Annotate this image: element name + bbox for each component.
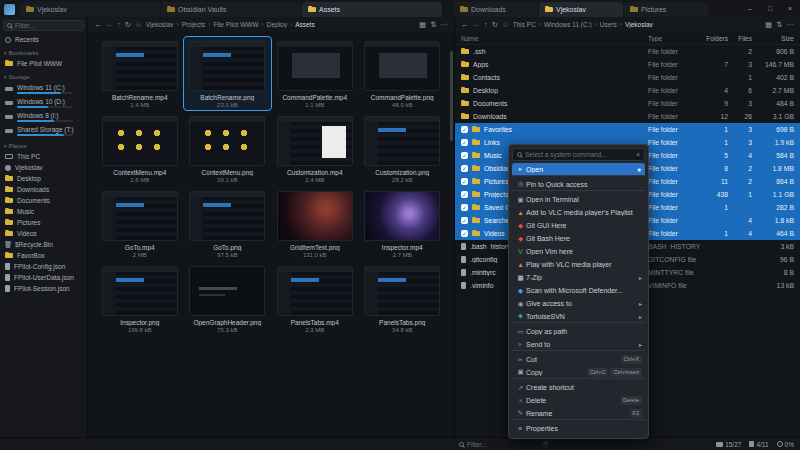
row-checkbox[interactable] [461, 191, 468, 198]
row-checkbox[interactable] [461, 204, 468, 211]
table-row[interactable]: Contacts File folder 1 402 B [455, 71, 800, 84]
context-menu-item[interactable]: × Delete Delete ★ ▸ [512, 394, 645, 407]
favorite-star-icon[interactable]: ★ [637, 166, 642, 173]
table-row[interactable]: Desktop File folder 4 6 2.7 MB [455, 84, 800, 97]
column-name[interactable]: Name [461, 35, 648, 42]
breadcrumb-segment[interactable]: Windows 11 (C:) [536, 21, 592, 28]
vertical-scrollbar[interactable] [450, 51, 453, 433]
context-menu-item[interactable]: ◆ Git Bash Here ★ ▸ [512, 232, 645, 245]
sidebar-item[interactable]: Desktop [0, 173, 87, 184]
table-row[interactable]: Documents File folder 9 3 484 B [455, 97, 800, 110]
sidebar-item[interactable]: Music [0, 206, 87, 217]
sidebar-item-drive[interactable]: Windows 10 (D:) [0, 96, 87, 110]
forward-button[interactable]: → [473, 17, 481, 32]
forward-button[interactable]: → [106, 17, 114, 32]
sidebar-item[interactable]: Documents [0, 195, 87, 206]
row-checkbox[interactable] [461, 230, 468, 237]
breadcrumb-segment[interactable]: Users [592, 21, 617, 28]
grid-item[interactable]: GridItemText.png 131.0 kB [271, 187, 359, 260]
context-menu-item[interactable]: ↗ Create shortcut ★ ▸ [512, 381, 645, 394]
breadcrumb-segment[interactable]: Vjekoslav [617, 21, 653, 28]
context-menu-item[interactable]: ▭ Copy as path ★ ▸ [512, 325, 645, 338]
regex-toggle-button[interactable]: .* [541, 441, 549, 447]
grid-item[interactable]: ContextMenu.png 29.1 kB [184, 112, 272, 185]
grid-item[interactable]: BatchRename.mp4 1.4 MB [96, 37, 184, 110]
view-mode-button[interactable]: ▦ [419, 17, 426, 32]
sidebar-item[interactable]: FPilot-UserData.json [0, 272, 87, 283]
context-menu-item[interactable]: ◆ Git GUI Here ★ ▸ [512, 219, 645, 232]
table-row[interactable]: Favorites File folder 1 3 698 B [455, 123, 800, 136]
context-menu-item[interactable]: ◉ Give access to ★ ▸ [512, 297, 645, 310]
sidebar-item[interactable]: Pictures [0, 217, 87, 228]
grid-item[interactable]: ContextMenu.mp4 2.6 MB [96, 112, 184, 185]
sidebar-filter-input[interactable]: Filter... [3, 20, 84, 31]
context-menu-item[interactable]: V Open Vim here ★ ▸ [512, 245, 645, 258]
row-checkbox[interactable] [461, 178, 468, 185]
context-menu-item[interactable]: ▹ Send to ★ ▸ [512, 338, 645, 351]
context-menu-item[interactable]: ▲ Add to VLC media player's Playlist ★ ▸ [512, 206, 645, 219]
grid-item[interactable]: Inspector.mp4 2.7 MB [359, 187, 447, 260]
grid-item[interactable]: Inspector.png 199.8 kB [96, 262, 184, 335]
sidebar-section-places[interactable]: ▾ Places [0, 140, 87, 151]
up-button[interactable]: ↑ [117, 17, 121, 32]
context-menu-search-input[interactable]: Select a system command... × [512, 148, 645, 161]
grid-item[interactable]: Customization.mp4 2.4 MB [271, 112, 359, 185]
breadcrumb-segment[interactable]: Deploy [259, 21, 287, 28]
minimize-button[interactable]: – [740, 0, 760, 17]
sidebar-section-bookmarks[interactable]: ▾ Bookmarks [0, 47, 87, 58]
sidebar-item[interactable]: This PC [0, 151, 87, 162]
sidebar-item[interactable]: Videos [0, 228, 87, 239]
more-options-button[interactable]: ⋯ [441, 17, 449, 32]
sidebar-item-drive[interactable]: Windows 11 (C:) [0, 82, 87, 96]
tab[interactable]: Downloads [454, 2, 538, 17]
table-row[interactable]: .ssh File folder 2 806 B [455, 45, 800, 58]
grid-item[interactable]: Customization.png 28.2 kB [359, 112, 447, 185]
row-checkbox[interactable] [461, 217, 468, 224]
refresh-button[interactable]: ↻ [125, 17, 131, 32]
sort-button[interactable]: ⇅ [430, 17, 436, 32]
row-checkbox[interactable] [461, 126, 468, 133]
sidebar-item[interactable]: FPilot-Session.json [0, 283, 87, 294]
grid-item[interactable]: OpenGraphHeader.png 75.3 kB [184, 262, 272, 335]
table-row[interactable]: Apps File folder 7 3 146.7 MB [455, 58, 800, 71]
context-menu-item[interactable]: ▦ 7-Zip ★ ▸ [512, 271, 645, 284]
breadcrumb-segment[interactable]: Vjekoslav [146, 21, 174, 28]
column-folders[interactable]: Folders [700, 35, 728, 42]
column-files[interactable]: Files [728, 35, 752, 42]
tab[interactable]: Obsidian Vaults [161, 2, 301, 17]
bookmark-button[interactable]: ☆ [135, 17, 142, 32]
sidebar-item[interactable]: FavorBox [0, 250, 87, 261]
context-menu-item[interactable]: ✎ Rename F2 ★ ▸ [512, 407, 645, 420]
table-row[interactable]: Downloads File folder 12 26 3.1 GB [455, 110, 800, 123]
grid-item[interactable]: CommandPalette.png 48.0 kB [359, 37, 447, 110]
close-button[interactable]: × [780, 0, 800, 17]
breadcrumb-segment[interactable]: Assets [287, 21, 315, 28]
row-checkbox[interactable] [461, 165, 468, 172]
scrollbar-thumb[interactable] [450, 51, 453, 141]
sidebar-item[interactable]: FPilot-Config.json [0, 261, 87, 272]
refresh-button[interactable]: ↻ [492, 17, 498, 32]
view-mode-button[interactable]: ▦ [765, 17, 772, 32]
sidebar-item-drive[interactable]: Shared Storage (T:) [0, 124, 87, 138]
row-checkbox[interactable] [461, 139, 468, 146]
column-type[interactable]: Type [648, 35, 700, 42]
column-size[interactable]: Size [752, 35, 794, 42]
up-button[interactable]: ↑ [484, 17, 488, 32]
tab[interactable]: Vjekoslav [539, 2, 623, 17]
context-menu-item[interactable]: ✂ Cut Ctrl+X ★ ▸ [512, 353, 645, 366]
breadcrumb-segment[interactable]: Projects [174, 21, 206, 28]
grid-item[interactable]: PanelsTabs.png 34.8 kB [359, 262, 447, 335]
grid-item[interactable]: GoTo.mp4 2 MB [96, 187, 184, 260]
sidebar-item[interactable]: Vjekoslav [0, 162, 87, 173]
tab[interactable]: Vjekoslav [20, 2, 160, 17]
sidebar-item[interactable]: Downloads [0, 184, 87, 195]
back-button[interactable]: ← [94, 17, 102, 32]
context-menu-item[interactable]: ◆ Scan with Microsoft Defender... ★ ▸ [512, 284, 645, 297]
sidebar-item[interactable]: $Recycle.Bin [0, 239, 87, 250]
context-menu-item[interactable]: ▣ Copy Ctrl+C Ctrl+Insert ★ ▸ [512, 366, 645, 379]
sidebar-item[interactable]: File Pilot WWW [0, 58, 87, 69]
status-filter-input[interactable]: Filter... [455, 441, 541, 448]
back-button[interactable]: ← [461, 17, 469, 32]
breadcrumb-segment[interactable]: This PC [513, 21, 536, 28]
context-menu-item[interactable]: ▣ Open in Terminal ★ ▸ [512, 193, 645, 206]
